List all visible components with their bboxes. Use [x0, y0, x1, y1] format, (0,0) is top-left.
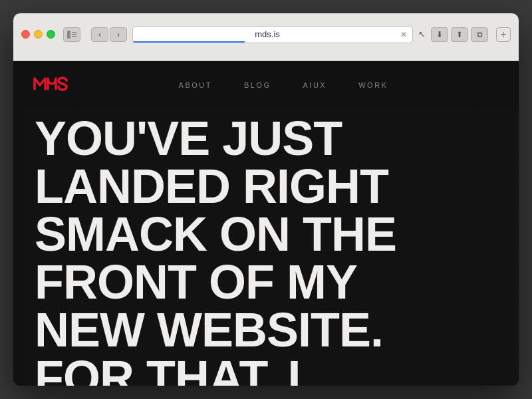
new-tab-button[interactable]: + [496, 27, 511, 42]
url-text: mds.is [138, 29, 396, 39]
stop-loading-button[interactable]: ✕ [400, 30, 407, 39]
browser-chrome: ‹ › mds.is ✕ ↖ ⬇ ⬆ ⧉ [13, 13, 519, 61]
download-button[interactable]: ⬇ [431, 27, 448, 42]
website-content: ABOUT BLOG AIUX WORK YOU'VE JUST LANDED … [13, 61, 519, 386]
hero-line-4: FRONT OF MY [35, 255, 357, 309]
svg-rect-0 [67, 31, 70, 39]
site-logo[interactable] [33, 73, 68, 96]
hero-line-2: LANDED RIGHT [35, 160, 388, 213]
nav-link-about[interactable]: ABOUT [179, 81, 212, 89]
sidebar-toggle-button[interactable] [63, 27, 80, 42]
address-bar[interactable]: mds.is ✕ [132, 26, 413, 43]
nav-link-blog[interactable]: BLOG [244, 81, 271, 89]
hero-section: YOU'VE JUST LANDED RIGHT SMACK ON THE FR… [13, 108, 519, 386]
svg-rect-1 [72, 32, 76, 33]
hero-line-1: YOU'VE JUST [35, 112, 342, 165]
forward-button[interactable]: › [110, 27, 127, 42]
minimize-button[interactable] [34, 30, 43, 39]
nav-item-about[interactable]: ABOUT [179, 78, 212, 90]
hero-line-5: NEW WEBSITE. [35, 303, 383, 356]
page-load-progress [133, 41, 245, 43]
svg-rect-3 [72, 36, 76, 37]
hero-text: YOU'VE JUST LANDED RIGHT SMACK ON THE FR… [35, 114, 396, 386]
hero-line-3: SMACK ON THE [35, 207, 396, 261]
site-navigation: ABOUT BLOG AIUX WORK [13, 61, 519, 108]
nav-link-work[interactable]: WORK [358, 81, 388, 89]
nav-link-aiux[interactable]: AIUX [303, 81, 327, 89]
nav-item-blog[interactable]: BLOG [244, 78, 271, 90]
close-button[interactable] [21, 30, 30, 39]
windows-button[interactable]: ⧉ [471, 27, 488, 42]
site-nav-links: ABOUT BLOG AIUX WORK [179, 78, 388, 90]
maximize-button[interactable] [47, 30, 55, 39]
hero-line-6: FOR THAT, I [35, 351, 301, 386]
svg-rect-2 [72, 34, 76, 35]
share-button[interactable]: ⬆ [451, 27, 468, 42]
back-button[interactable]: ‹ [91, 27, 108, 42]
navigation-buttons: ‹ › [91, 27, 127, 42]
browser-window: ‹ › mds.is ✕ ↖ ⬇ ⬆ ⧉ [13, 13, 519, 386]
cursor-icon: ↖ [418, 29, 426, 39]
toolbar-right: ⬇ ⬆ ⧉ [431, 27, 488, 42]
traffic-lights [21, 30, 55, 39]
nav-item-work[interactable]: WORK [358, 78, 388, 90]
nav-item-aiux[interactable]: AIUX [303, 78, 327, 90]
